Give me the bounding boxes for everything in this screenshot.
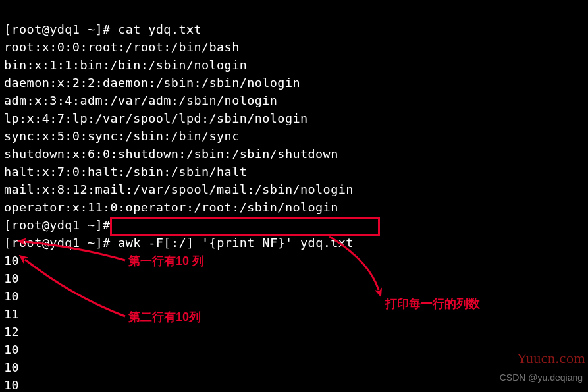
terminal: [root@ydq1 ~]# cat ydq.txt root:x:0:0:ro…: [0, 0, 588, 392]
cat-output-line: bin:x:1:1:bin:/bin:/sbin/nologin: [4, 58, 247, 72]
awk-output-line: 12: [4, 325, 19, 339]
awk-output-line: 10: [4, 378, 19, 392]
command-awk: awk -F[:/] '{print NF}' ydq.txt: [118, 236, 354, 250]
cat-output-line: mail:x:8:12:mail:/var/spool/mail:/sbin/n…: [4, 182, 354, 196]
cat-output-line: root:x:0:0:root:/root:/bin/bash: [4, 40, 240, 54]
cat-output-line: daemon:x:2:2:daemon:/sbin:/sbin/nologin: [4, 76, 300, 90]
awk-output-line: 10: [4, 271, 19, 285]
awk-output-line: 10: [4, 254, 19, 267]
cat-output-line: halt:x:7:0:halt:/sbin:/sbin/halt: [4, 165, 247, 179]
awk-output-line: 11: [4, 307, 19, 321]
cat-output-line: lp:x:4:7:lp:/var/spool/lpd:/sbin/nologin: [4, 111, 308, 125]
prompt-line-2[interactable]: [root@ydq1 ~]#: [4, 218, 118, 232]
command-cat: cat ydq.txt: [118, 22, 201, 36]
awk-output-line: 10: [4, 289, 19, 303]
cat-output-line: sync:x:5:0:sync:/sbin:/bin/sync: [4, 129, 240, 143]
awk-output-line: 10: [4, 343, 19, 356]
cat-output-line: operator:x:11:0:operator:/root:/sbin/nol…: [4, 200, 338, 214]
prompt-line-1[interactable]: [root@ydq1 ~]# cat ydq.txt: [4, 22, 201, 36]
cat-output-line: adm:x:3:4:adm:/var/adm:/sbin/nologin: [4, 94, 277, 107]
awk-output-line: 10: [4, 360, 19, 374]
cat-output-line: shutdown:x:6:0:shutdown:/sbin:/sbin/shut…: [4, 147, 338, 161]
prompt-line-3[interactable]: [root@ydq1 ~]# awk -F[:/] '{print NF}' y…: [4, 236, 354, 250]
